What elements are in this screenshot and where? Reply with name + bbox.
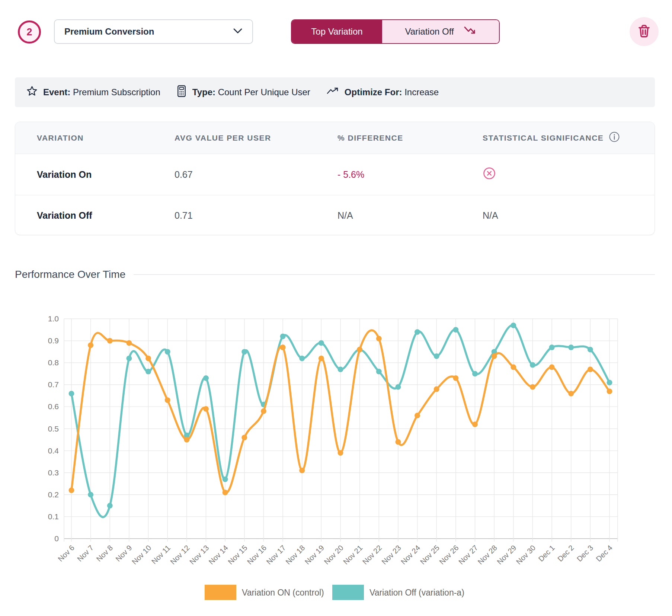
avg-value: 0.71 — [175, 210, 337, 221]
section-heading: Performance Over Time — [15, 269, 655, 280]
data-point[interactable] — [203, 375, 209, 381]
col-header-difference: % DIFFERENCE — [337, 134, 483, 142]
data-point[interactable] — [241, 349, 247, 354]
winning-variation-label: Variation Off — [405, 26, 454, 37]
data-point[interactable] — [607, 380, 612, 385]
metric-dropdown[interactable]: Premium Conversion — [54, 19, 253, 44]
top-variation-label: Top Variation — [311, 26, 362, 37]
data-point[interactable] — [223, 490, 228, 495]
x-axis-tick-label: Nov 18 — [284, 543, 306, 566]
x-axis-tick-label: Nov 6 — [56, 543, 76, 563]
data-point[interactable] — [453, 375, 458, 381]
y-axis-tick-label: 0.3 — [48, 468, 59, 477]
data-point[interactable] — [492, 353, 497, 359]
y-axis-tick-label: 0.1 — [48, 512, 59, 521]
type-value: Count Per Unique User — [218, 87, 310, 97]
info-circle-icon[interactable] — [609, 131, 620, 144]
legend-label: Variation ON (control) — [242, 588, 324, 597]
delete-metric-button[interactable] — [630, 17, 659, 46]
data-point[interactable] — [319, 356, 324, 361]
metric-index-badge: 2 — [18, 20, 41, 44]
data-point[interactable] — [280, 334, 286, 339]
x-axis-tick-label: Nov 19 — [303, 543, 326, 566]
data-point[interactable] — [568, 344, 574, 350]
legend-item[interactable]: Variation Off (variation-a) — [332, 585, 464, 600]
data-point[interactable] — [376, 336, 382, 341]
data-point[interactable] — [415, 413, 420, 418]
x-axis-tick-label: Nov 24 — [399, 543, 422, 566]
data-point[interactable] — [203, 406, 209, 412]
avg-value: 0.67 — [175, 169, 337, 180]
data-point[interactable] — [472, 421, 478, 427]
star-icon — [26, 85, 38, 99]
data-point[interactable] — [145, 356, 151, 361]
data-point[interactable] — [338, 366, 343, 372]
table-row: Variation On 0.67 - 5.6% — [15, 154, 655, 195]
variation-name: Variation On — [37, 169, 175, 180]
data-point[interactable] — [568, 391, 574, 396]
data-point[interactable] — [88, 342, 93, 348]
top-variation-button[interactable]: Top Variation — [292, 20, 382, 43]
data-point[interactable] — [126, 340, 132, 346]
data-point[interactable] — [88, 492, 93, 497]
data-point[interactable] — [107, 338, 113, 344]
y-axis-tick-label: 0.4 — [48, 446, 59, 455]
variation-name: Variation Off — [37, 210, 175, 221]
x-axis-tick-label: Dec 2 — [556, 543, 576, 563]
winning-variation-button[interactable]: Variation Off — [382, 20, 499, 43]
col-header-significance: STATISTICAL SIGNIFICANCE — [483, 131, 655, 144]
data-point[interactable] — [434, 386, 439, 392]
event-value: Premium Subscription — [73, 87, 160, 97]
data-point[interactable] — [280, 344, 286, 350]
data-point[interactable] — [69, 391, 74, 396]
x-axis-tick-label: Nov 15 — [226, 543, 249, 566]
data-point[interactable] — [549, 344, 555, 350]
event-info: Event: Premium Subscription — [26, 85, 160, 99]
data-point[interactable] — [107, 503, 113, 508]
data-point[interactable] — [549, 365, 555, 370]
data-point[interactable] — [395, 439, 401, 445]
data-point[interactable] — [299, 468, 305, 473]
data-point[interactable] — [299, 356, 305, 361]
legend-item[interactable]: Variation ON (control) — [205, 585, 324, 600]
col-header-significance-label: STATISTICAL SIGNIFICANCE — [483, 134, 604, 142]
data-point[interactable] — [165, 349, 170, 354]
data-point[interactable] — [472, 371, 478, 376]
data-point[interactable] — [357, 347, 362, 352]
data-point[interactable] — [319, 340, 324, 346]
data-point[interactable] — [530, 362, 535, 368]
data-point[interactable] — [453, 327, 458, 333]
x-axis-tick-label: Nov 22 — [361, 543, 383, 566]
data-point[interactable] — [338, 450, 343, 456]
data-point[interactable] — [511, 323, 516, 328]
data-point[interactable] — [184, 437, 189, 443]
data-point[interactable] — [511, 365, 516, 370]
y-axis-tick-label: 0 — [54, 534, 59, 543]
results-table: VARIATION AVG VALUE PER USER % DIFFERENC… — [15, 122, 655, 235]
data-point[interactable] — [261, 408, 266, 414]
calculator-icon — [176, 85, 187, 100]
data-point[interactable] — [145, 369, 151, 374]
data-point[interactable] — [588, 366, 593, 372]
y-axis-tick-label: 0.6 — [48, 402, 59, 411]
data-point[interactable] — [69, 487, 74, 493]
data-point[interactable] — [415, 329, 420, 335]
x-axis-tick-label: Nov 13 — [188, 543, 210, 566]
data-point[interactable] — [530, 384, 535, 390]
data-point[interactable] — [607, 389, 612, 394]
data-point[interactable] — [376, 369, 382, 374]
data-point[interactable] — [241, 435, 247, 440]
data-point[interactable] — [223, 477, 228, 482]
data-point[interactable] — [434, 353, 439, 359]
data-point[interactable] — [165, 397, 170, 403]
optimize-value: Increase — [404, 87, 439, 97]
x-axis-tick-label: Nov 8 — [95, 543, 115, 563]
section-title: Performance Over Time — [15, 269, 125, 280]
data-point[interactable] — [588, 347, 593, 352]
x-axis-tick-label: Nov 30 — [515, 543, 537, 566]
x-axis-tick-label: Nov 12 — [169, 543, 191, 566]
x-axis-tick-label: Nov 17 — [265, 543, 287, 566]
data-point[interactable] — [395, 384, 401, 390]
data-point[interactable] — [126, 356, 132, 361]
trending-up-icon — [326, 87, 339, 98]
